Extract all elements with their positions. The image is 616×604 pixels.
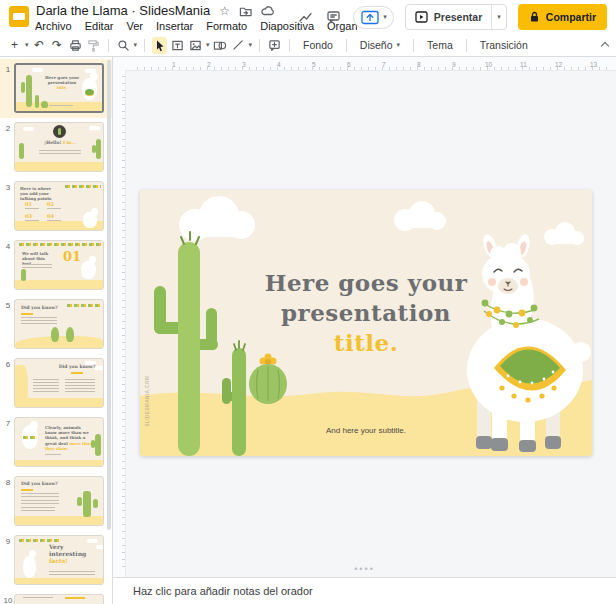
mini-cactus-character <box>66 327 74 342</box>
mini-llama <box>23 556 36 578</box>
slide-thumbnail-2[interactable]: 2 ¡Hello! I'm... <box>0 118 112 177</box>
mini-llama-saddle <box>85 89 94 96</box>
insert-image-caret[interactable]: ▾ <box>206 41 210 49</box>
present-to-meeting-button[interactable]: ▾ <box>353 6 394 29</box>
insert-comment-button[interactable] <box>267 37 282 54</box>
layout-button[interactable]: Diseño▾ <box>354 37 406 53</box>
slide-thumbnail-10[interactable]: 10 <box>0 590 112 604</box>
slide-4-preview: We will talk about this first 01 <box>14 240 104 290</box>
background-button[interactable]: Fondo <box>297 37 339 53</box>
mini-sand <box>15 398 103 407</box>
filmstrip-scrollbar[interactable] <box>107 60 111 530</box>
speaker-notes-placeholder: Haz clic para añadir notas del orador <box>133 585 313 597</box>
slide-thumbnail-4[interactable]: 4 We will talk about this first 01 <box>0 236 112 295</box>
speaker-notes-input[interactable]: Haz clic para añadir notas del orador <box>113 577 616 604</box>
theme-button[interactable]: Tema <box>421 37 459 53</box>
notes-resize-handle[interactable]: •••• <box>354 565 375 574</box>
current-slide[interactable]: Here goes your presentation title. And h… <box>140 190 592 456</box>
move-folder-icon[interactable] <box>239 5 252 17</box>
present-options-caret[interactable]: ▾ <box>491 5 506 29</box>
mini-sand <box>15 162 103 171</box>
zoom-caret[interactable]: ▾ <box>134 41 138 49</box>
cloud-status-icon[interactable] <box>261 5 275 17</box>
barrel-cactus <box>249 354 287 405</box>
mini-cactus-arm <box>93 499 98 508</box>
text-box-button[interactable] <box>170 37 185 54</box>
menu-formato[interactable]: Formato <box>206 20 247 32</box>
slides-logo[interactable] <box>9 6 29 27</box>
slide-thumbnail-8[interactable]: 8 Did you know? <box>0 472 112 531</box>
undo-button[interactable]: ↶ <box>32 37 47 54</box>
mini-cactus-arm <box>77 497 82 506</box>
menu-archivo[interactable]: Archivo <box>35 20 72 32</box>
mini-cactus-arm <box>91 440 95 448</box>
slide-3-preview: Here is where you add your talking point… <box>14 181 104 231</box>
google-slides-window: Darla the Llama · SlidesMania ☆ Archivo … <box>0 0 616 604</box>
mini-cloud <box>32 68 43 72</box>
collapse-toolbar-chevron-icon[interactable] <box>601 41 608 48</box>
menu-insertar[interactable]: Insertar <box>156 20 193 32</box>
menu-ver[interactable]: Ver <box>126 20 143 32</box>
mini-body-text <box>39 150 81 155</box>
slidesmania-credit: SLIDESMANIA.COM <box>145 383 150 427</box>
slide-thumbnail-9[interactable]: 9 Very interestingfacts! <box>0 531 112 590</box>
layout-caret: ▾ <box>397 41 401 49</box>
mini-cactus-character <box>51 327 59 342</box>
top-bar: Darla the Llama · SlidesMania ☆ Archivo … <box>0 0 616 34</box>
slide-number: 1 <box>2 63 14 114</box>
slide-subtitle-textbox[interactable]: And here your subtitle. <box>210 426 522 435</box>
doc-title[interactable]: Darla the Llama · SlidesMania <box>36 3 210 18</box>
print-button[interactable] <box>68 37 83 54</box>
insert-image-button[interactable] <box>188 37 203 54</box>
insert-shape-button[interactable] <box>213 37 228 54</box>
mini-sand <box>15 280 103 289</box>
mini-cactus <box>21 269 26 281</box>
slide-thumbnail-6[interactable]: 6 Did you know? <box>0 354 112 413</box>
paint-format-button[interactable] <box>86 37 101 54</box>
slide-thumbnail-5[interactable]: 5 Did you know? <box>0 295 112 354</box>
mini-title: Did you know? <box>21 305 61 311</box>
zoom-button[interactable] <box>116 37 131 54</box>
share-button[interactable]: Compartir <box>518 4 607 30</box>
slide-thumbnail-7[interactable]: 7 Clearly, animals know more than we thi… <box>0 413 112 472</box>
mini-cactus <box>35 95 39 108</box>
insert-line-button[interactable] <box>231 37 246 54</box>
new-slide-caret[interactable]: ▾ <box>25 41 29 49</box>
comment-history-icon[interactable] <box>325 9 342 26</box>
mini-line <box>47 208 61 209</box>
insert-line-caret[interactable]: ▾ <box>249 41 253 49</box>
activity-dashboard-icon[interactable] <box>297 9 314 26</box>
mini-garland <box>67 304 101 307</box>
slide-number: 2 <box>2 122 14 173</box>
select-tool-button[interactable] <box>152 37 167 54</box>
slide-number: 10 <box>2 594 14 604</box>
present-label: Presentar <box>434 11 482 23</box>
slide-title-textbox[interactable]: Here goes your presentation title. <box>210 268 522 358</box>
mini-title: ¡Hello! I'm... <box>35 140 85 146</box>
new-slide-button[interactable]: + <box>7 37 22 54</box>
mini-llama-head <box>91 208 98 216</box>
mini-cactus <box>96 139 101 159</box>
present-button[interactable]: Presentar ▾ <box>405 4 507 30</box>
slide-thumbnail-3[interactable]: 3 Here is where you add your talking poi… <box>0 177 112 236</box>
redo-button[interactable]: ↷ <box>50 37 65 54</box>
slide-7-preview: Clearly, animals know more than we think… <box>14 417 104 467</box>
mini-garland <box>19 539 59 542</box>
mini-body-text <box>23 597 53 599</box>
mini-line <box>47 220 61 221</box>
slide-canvas[interactable]: 1 2 3 4 5 6 7 8 9 10 11 12 13 <box>113 57 616 577</box>
menu-editar[interactable]: Editar <box>85 20 114 32</box>
transition-button[interactable]: Transición <box>474 37 534 53</box>
slide-thumbnail-1[interactable]: 1 Here goes your presentation title. <box>0 59 112 118</box>
mini-point-number: 02 <box>47 201 54 207</box>
cloud-middle <box>394 201 446 231</box>
mini-garland <box>23 436 37 439</box>
star-icon[interactable]: ☆ <box>219 5 230 17</box>
slide-number: 7 <box>2 417 14 468</box>
slide-number: 4 <box>2 240 14 291</box>
mini-cloud <box>23 127 34 131</box>
mini-line <box>25 220 39 221</box>
mini-point-number: 03 <box>25 213 32 219</box>
mini-accent-line <box>71 372 83 374</box>
mini-sand-wave <box>15 365 28 408</box>
